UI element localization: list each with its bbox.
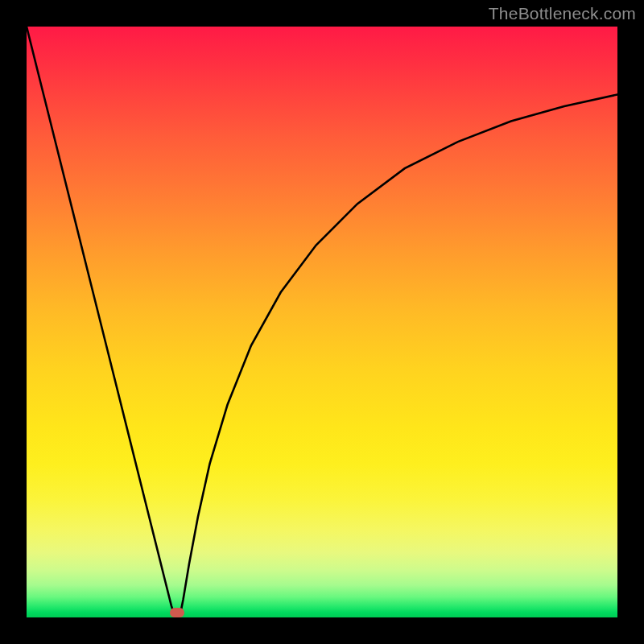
curve-left-branch [27, 27, 175, 614]
curve-layer [27, 27, 617, 617]
plot-area [27, 27, 617, 617]
curve-right-branch [180, 94, 617, 614]
watermark-text: TheBottleneck.com [489, 4, 636, 23]
optimal-point-marker [170, 608, 184, 617]
chart-stage: TheBottleneck.com [0, 0, 644, 644]
